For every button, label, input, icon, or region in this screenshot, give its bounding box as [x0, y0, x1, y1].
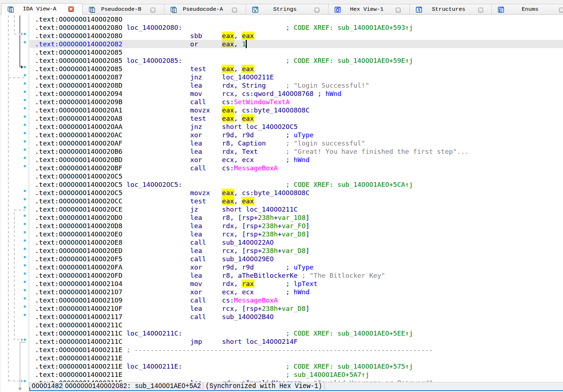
code-segment-c: lea [190, 222, 202, 230]
listing-row[interactable]: .text:000000014000211Cloc_14000211C:; CO… [29, 329, 563, 337]
listing-row[interactable]: .text:000000014000211C [29, 321, 563, 329]
code-segment-c: , cs:byte_14000808C [234, 189, 309, 197]
listing-row[interactable]: .text:00000001400020ACxorr9d, r9d; uType [29, 131, 563, 139]
listing-row[interactable]: .text:00000001400020A8testeax, eax [29, 114, 563, 123]
code-segment-c: test [190, 65, 206, 73]
listing-row[interactable]: .text:00000001400020D8leardx, [rsp+238h+… [29, 222, 563, 230]
listing-row[interactable]: .text:00000001400020CCtesteax, eax [29, 197, 563, 205]
listing-row[interactable]: .text:00000001400020AFlear8, Caption; "l… [29, 139, 563, 147]
listing-row[interactable]: .text:000000014000208Dleardx, String; "L… [29, 81, 563, 89]
close-tab-icon[interactable] [478, 8, 483, 13]
listing-row[interactable]: .text:0000000140002117callsub_140002B40 [29, 313, 563, 321]
tab-strings[interactable]: sStrings [246, 4, 328, 14]
code-segment-c: r9d, r9d [222, 131, 254, 139]
listing-row[interactable]: .text:00000001400020FDlear8, aTheBitlock… [29, 271, 563, 280]
listing-row[interactable]: .text:0000000140002109callcs:MessageBoxA [29, 296, 563, 304]
code-segment-x: ; CODE XREF: sub_140001AE0+5CA↑j [286, 180, 413, 189]
listing-row[interactable]: .text:0000000140002082oreax, 1 [29, 40, 563, 48]
listing-row[interactable]: .text:0000000140002085 [29, 48, 563, 56]
code-segment-a: .text:00000001400020C5 [35, 189, 122, 197]
listing-row[interactable]: .text:000000014000209Bcallcs:SetWindowTe… [29, 98, 563, 106]
code-segment-a: .text:000000014000211C [35, 337, 122, 346]
listing-row[interactable]: .text:0000000140002107xorecx, ecx; hWnd [29, 288, 563, 296]
status-cells: 000014820000000140002082: sub_140001AE0+… [29, 383, 324, 390]
tab-structures[interactable]: AStructures [409, 4, 492, 14]
code-segment-ch: eax [242, 197, 254, 205]
close-tab-icon[interactable] [150, 8, 155, 13]
code-segment-c: , [234, 197, 242, 205]
listing-row[interactable]: .text:00000001400020BDxorecx, ecx; hWnd [29, 156, 563, 164]
listing-row[interactable]: .text:00000001400020CEjzshort loc_140002… [29, 205, 563, 213]
code-segment-c: sub_1400029E0 [222, 255, 274, 263]
close-tab-icon[interactable] [314, 8, 319, 13]
code-segment-l: loc_14000211C: [127, 329, 182, 337]
listing-row[interactable]: .text:000000014000211E [29, 354, 563, 362]
code-segment-a: .text:00000001400020C5 [35, 180, 122, 189]
code-segment-l: loc_1400020C5: [127, 180, 182, 189]
code-segment-c: xor [190, 288, 202, 296]
close-tab-icon[interactable] [559, 8, 563, 13]
code-segment-a: .text:000000014000211C [35, 329, 122, 337]
listing-row[interactable]: .text:00000001400020F5callsub_1400029E0 [29, 255, 563, 263]
listing-row[interactable]: .text:000000014000211E; ----------------… [29, 346, 563, 354]
close-tab-icon[interactable] [68, 6, 74, 12]
listing-row[interactable]: .text:00000001400020A1movzxeax, cs:byte_… [29, 106, 563, 114]
listing-row[interactable]: .text:00000001400020C5movzxeax, cs:byte_… [29, 189, 563, 197]
listing-row[interactable]: .text:0000000140002094movrcx, cs:qword_1… [29, 89, 563, 98]
code-segment-c: xor [190, 263, 202, 271]
code-segment-c: jz [190, 205, 198, 213]
code-segment-c: or [190, 40, 198, 48]
tab-pseudocode-a[interactable]: Pseudocode-A [164, 4, 246, 14]
listing-row[interactable]: .text:00000001400020E0learcx, [rsp+238h+… [29, 230, 563, 238]
listing-row[interactable]: .text:00000001400020AAjnzshort loc_14000… [29, 123, 563, 131]
code-segment-c: short loc_14000211C [222, 205, 298, 213]
listing-row[interactable]: .text:0000000140002085testeax, eax [29, 65, 563, 73]
code-segment-a: .text:0000000140002080 [35, 23, 122, 32]
listing-row[interactable]: .text:0000000140002104movrdx, rax; lpTex… [29, 280, 563, 288]
listing-row[interactable]: .text:0000000140002085loc_140002085:; CO… [29, 56, 563, 65]
code-segment-a: .text:000000014000211E [35, 370, 122, 379]
code-segment-a: .text:000000014000211E [35, 346, 122, 354]
tab-pseudocode-b[interactable]: Pseudocode-B [82, 4, 164, 14]
code-segment-c: r8, Caption [222, 139, 266, 147]
listing-row[interactable]: .text:0000000140002087jnzloc_14000211E [29, 73, 563, 81]
listing-row[interactable]: .text:00000001400020FAxorr9d, r9d; uType [29, 263, 563, 271]
code-segment-c: ] [305, 213, 309, 222]
listing-row[interactable]: .text:0000000140002080 [29, 15, 563, 23]
tab-enums[interactable]: Enums [491, 4, 563, 14]
tab-ida-view-a[interactable]: IDA View-A [1, 3, 83, 15]
listing-row[interactable]: .text:000000014000210Flearcx, [rsp+238h+… [29, 304, 563, 313]
listing-row[interactable]: .text:000000014000211Cjmpshort loc_14000… [29, 337, 563, 346]
close-tab-icon[interactable] [232, 8, 237, 13]
code-segment-a: .text:0000000140002104 [35, 280, 122, 288]
disassembly-listing[interactable]: .text:0000000140002080.text:000000014000… [0, 15, 563, 392]
tab-hex-view-1[interactable]: Hex View-1 [328, 4, 410, 14]
listing-row[interactable]: .text:00000001400020BFcallcs:MessageBoxA [29, 164, 563, 172]
code-segment-a: .text:00000001400020C5 [35, 172, 122, 180]
listing-row[interactable]: .text:00000001400020E8callsub_1400022A0 [29, 238, 563, 246]
listing-row[interactable]: .text:00000001400020EDlearcx, [rsp+238h+… [29, 246, 563, 255]
listing-row[interactable]: .text:0000000140002080sbbeax, eax [29, 32, 563, 40]
status-bar: 000014820000000140002082: sub_140001AE0+… [29, 382, 563, 392]
listing-row[interactable]: .text:000000014000211Eloc_14000211E:; CO… [29, 362, 563, 370]
close-tab-icon[interactable] [396, 8, 401, 13]
disasm-icon [8, 6, 14, 13]
svg-text:s: s [254, 8, 256, 13]
code-segment-c: loc_14000211E [222, 73, 274, 81]
listing-row[interactable]: .text:00000001400020D0lear8, [rsp+238h+v… [29, 213, 563, 222]
code-segment-c: call [190, 238, 206, 246]
listing-row[interactable]: .text:00000001400020C5 [29, 172, 563, 180]
listing-row[interactable]: .text:000000014000211E; sub_140001AE0+5A… [29, 370, 563, 379]
listing-row[interactable]: .text:0000000140002080loc_140002080:; CO… [29, 23, 563, 32]
code-segment-c: cs: [222, 164, 234, 172]
code-segment-ch: eax [222, 40, 234, 48]
listing-row[interactable]: .text:00000001400020B6leardx, Text; "Gre… [29, 147, 563, 156]
code-segment-c: rcx, [rsp+ [222, 230, 262, 238]
code-segment-n: var_F0 [282, 222, 305, 230]
code-segment-g: ; "The Bitlocker Key" [301, 271, 385, 280]
listing-row[interactable]: .text:00000001400020C5loc_1400020C5:; CO… [29, 180, 563, 189]
code-segment-n: var_D8 [282, 246, 305, 255]
code-segment-c: jmp [190, 337, 202, 346]
code-segment-c: lea [190, 246, 202, 255]
code-segment-c: + [278, 246, 282, 255]
